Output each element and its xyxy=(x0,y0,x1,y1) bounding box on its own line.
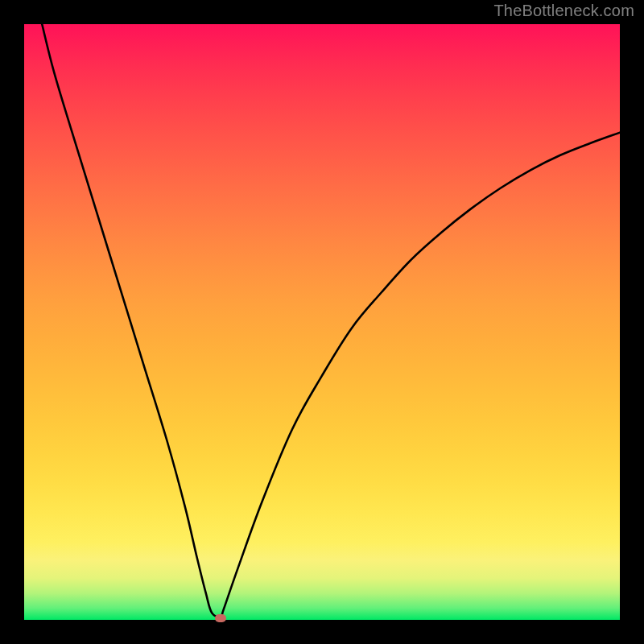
optimal-point-marker xyxy=(215,614,226,622)
watermark-text: TheBottleneck.com xyxy=(493,2,634,20)
chart-background-gradient xyxy=(24,24,620,620)
